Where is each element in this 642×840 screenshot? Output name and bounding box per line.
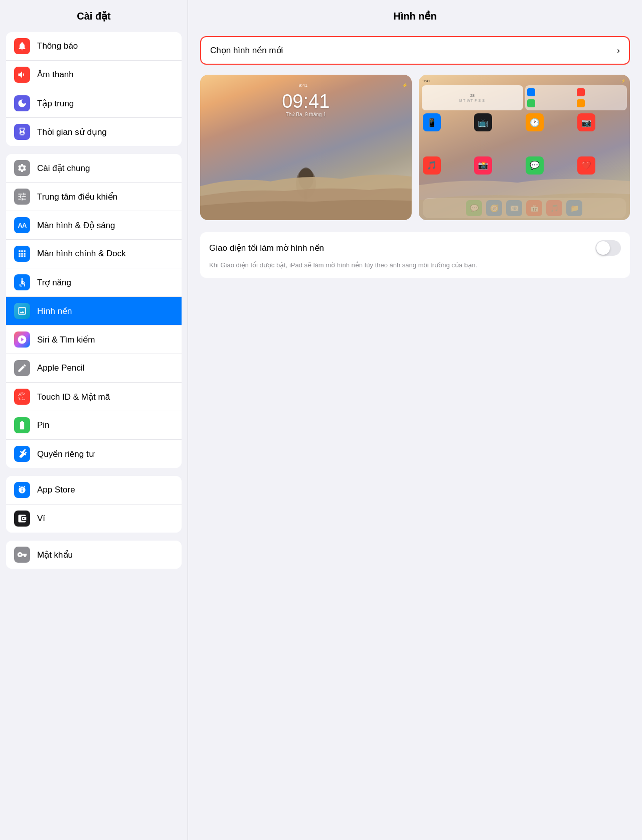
hs-dock: 💬 🧭 📧 📅 🎵 📁 [423, 198, 626, 218]
ls-time-small: 9:41 [298, 83, 307, 88]
siri-icon [14, 331, 30, 348]
main-title: Hình nền [188, 0, 642, 28]
wallet-icon [14, 511, 30, 527]
dock-icon-mail: 📧 [506, 200, 522, 216]
dock-icon-calendar: 📅 [526, 200, 542, 216]
hs-time: 9:41 [423, 79, 431, 83]
notifications-label: Thông báo [37, 41, 78, 51]
dock-icon-music: 🎵 [546, 200, 562, 216]
dark-mode-blur-toggle[interactable] [595, 240, 621, 256]
section-notifications: Thông báo Âm thanh Tập trung Thời gian s… [6, 32, 182, 146]
section-general: Cài đặt chung Trung tâm điều khiển AA Mà… [6, 154, 182, 468]
screentime-label: Thời gian sử dụng [37, 127, 107, 137]
widget-apps [525, 85, 627, 110]
battery-label: Pin [37, 420, 50, 430]
chevron-right-icon: › [617, 46, 620, 56]
focus-label: Tập trung [37, 98, 74, 109]
app-icon-8: ❤️ [577, 156, 595, 175]
app-icon-2: 📺 [474, 113, 492, 131]
toggle-label: Giao diện tối làm mờ hình nền [209, 243, 324, 253]
hourglass-icon [14, 124, 30, 140]
app-icon-6: 📸 [474, 156, 492, 175]
wallpaper-icon [14, 303, 30, 319]
svg-point-0 [21, 278, 23, 280]
bell-icon [14, 38, 30, 54]
wallet-label: Ví [37, 514, 45, 524]
pencil-icon [14, 360, 30, 376]
sidebar-title: Cài đặt [0, 0, 188, 28]
general-label: Cài đặt chung [37, 163, 90, 174]
privacy-label: Quyền riêng tư [37, 449, 94, 459]
sidebar-item-control-center[interactable]: Trung tâm điều khiển [6, 183, 182, 211]
ls-status-bar: 9:41 ⚡ [204, 83, 408, 88]
password-label: Mật khẩu [37, 550, 73, 560]
lockscreen-preview[interactable]: 9:41 ⚡ 09:41 Thứ Ba, 9 tháng 1 [200, 75, 412, 220]
sidebar-item-wallpaper[interactable]: Hình nền [6, 297, 182, 325]
widget-app-2 [577, 88, 585, 96]
sidebar: Cài đặt Thông báo Âm thanh Tập trung Thờ… [0, 0, 188, 840]
sidebar-item-battery[interactable]: Pin [6, 411, 182, 440]
hs-widgets: 28 MTWTFSS [421, 85, 628, 110]
touchid-label: Touch ID & Mật mã [37, 392, 110, 402]
sidebar-item-sounds[interactable]: Âm thanh [6, 61, 182, 89]
widget-cal-month: 28 [470, 93, 474, 98]
sidebar-item-screentime[interactable]: Thời gian sử dụng [6, 118, 182, 146]
sidebar-item-display[interactable]: AA Màn hình & Độ sáng [6, 211, 182, 240]
rocks-svg [200, 147, 412, 220]
moon-icon [14, 95, 30, 111]
widget-app-3 [527, 99, 535, 107]
section-apps: App Store Ví [6, 476, 182, 533]
sidebar-item-homescreen-dock[interactable]: Màn hình chính & Dock [6, 240, 182, 268]
section-password: Mật khẩu [6, 541, 182, 569]
app-icon-5: 🎵 [423, 156, 441, 175]
sidebar-item-notifications[interactable]: Thông báo [6, 32, 182, 61]
widget-app-4 [577, 99, 585, 107]
homescreen-preview[interactable]: 9:41 ⚡ 28 MTWTFSS [419, 75, 630, 220]
homescreen-dock-label: Màn hình chính & Dock [37, 249, 126, 259]
sidebar-item-wallet[interactable]: Ví [6, 505, 182, 533]
app-icon-3: 🕐 [526, 113, 544, 131]
sounds-label: Âm thanh [37, 70, 74, 80]
display-label: Màn hình & Độ sáng [37, 220, 115, 231]
ls-battery-status: ⚡ [402, 83, 408, 88]
appstore-label: App Store [37, 485, 75, 495]
pencil-label: Apple Pencil [37, 363, 85, 373]
main-content: Hình nền Chọn hình nền mới › 9:41 ⚡ 09:4… [188, 0, 642, 840]
widget-app-1 [527, 88, 535, 96]
key-icon [14, 547, 30, 563]
hs-app-icons-grid: 📱 📺 🕐 📷 🎵 📸 💬 ❤️ [421, 113, 628, 196]
battery-icon [14, 417, 30, 433]
sliders-icon [14, 189, 30, 205]
hand-icon [14, 446, 30, 462]
accessibility-label: Trợ năng [37, 277, 71, 288]
app-icon-1: 📱 [423, 113, 441, 131]
sidebar-item-focus[interactable]: Tập trung [6, 89, 182, 118]
sidebar-item-pencil[interactable]: Apple Pencil [6, 354, 182, 383]
sidebar-item-appstore[interactable]: App Store [6, 476, 182, 505]
lockscreen-date: Thứ Ba, 9 tháng 1 [286, 112, 326, 117]
fingerprint-icon [14, 389, 30, 405]
homescreen-mock: 9:41 ⚡ 28 MTWTFSS [419, 75, 630, 220]
speaker-icon [14, 67, 30, 83]
choose-wallpaper-button[interactable]: Chọn hình nền mới › [200, 36, 630, 65]
app-icon-7: 💬 [526, 156, 544, 175]
toggle-row: Giao diện tối làm mờ hình nền [209, 240, 621, 256]
dock-icon-files: 📁 [566, 200, 582, 216]
choose-wallpaper-label: Chọn hình nền mới [210, 45, 283, 56]
appstore-icon [14, 482, 30, 498]
display-icon: AA [14, 217, 30, 233]
accessibility-icon [14, 274, 30, 290]
dock-icon-messages: 💬 [466, 200, 482, 216]
homescreen-scene: 9:41 ⚡ 28 MTWTFSS [419, 75, 630, 220]
sidebar-item-touchid[interactable]: Touch ID & Mật mã [6, 383, 182, 411]
siri-label: Siri & Tìm kiếm [37, 334, 95, 345]
sidebar-item-accessibility[interactable]: Trợ năng [6, 268, 182, 297]
widget-calendar: 28 MTWTFSS [422, 85, 524, 110]
sidebar-item-password[interactable]: Mật khẩu [6, 541, 182, 569]
sidebar-item-privacy[interactable]: Quyền riêng tư [6, 440, 182, 468]
sidebar-item-siri[interactable]: Siri & Tìm kiếm [6, 325, 182, 354]
control-center-label: Trung tâm điều khiển [37, 192, 117, 202]
gear-icon [14, 160, 30, 176]
hs-status-bar: 9:41 ⚡ [421, 79, 628, 83]
sidebar-item-general[interactable]: Cài đặt chung [6, 154, 182, 183]
